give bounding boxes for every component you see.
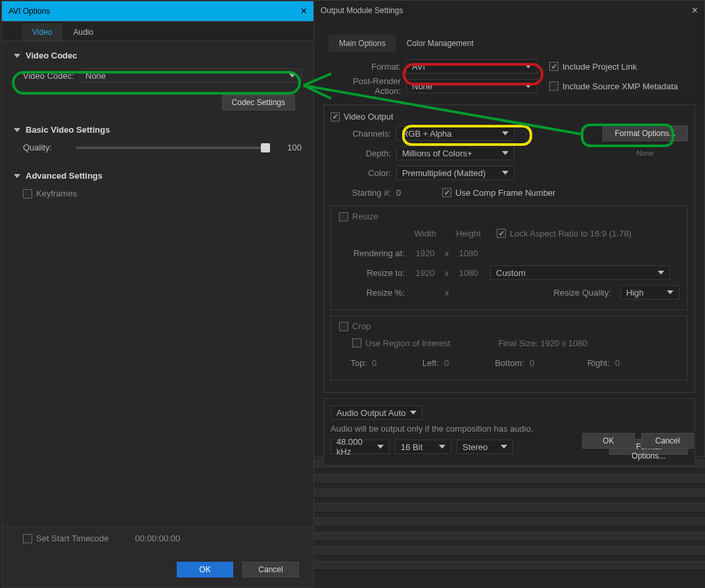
checkbox-icon[interactable] (497, 229, 506, 238)
slider-thumb[interactable] (261, 143, 270, 152)
x-label: x (440, 248, 453, 258)
checkbox-icon[interactable] (549, 62, 558, 71)
checkbox-icon[interactable] (330, 112, 340, 122)
resize-quality-select[interactable]: High (620, 285, 679, 300)
post-render-select[interactable]: None (406, 79, 537, 93)
include-project-link[interactable]: Include Project Link (549, 62, 637, 72)
resize-panel: Resize Width Height Lock Aspect Ratio to… (330, 206, 688, 310)
checkbox-icon[interactable] (352, 338, 361, 348)
rendering-at-label: Rendering at: (339, 248, 410, 258)
audio-note: Audio will be output only if the composi… (330, 424, 688, 434)
resize-to-label: Resize to: (339, 268, 410, 278)
checkbox-icon[interactable] (339, 212, 348, 221)
checkbox-icon[interactable] (549, 81, 558, 91)
chevron-down-icon (525, 64, 532, 68)
close-icon[interactable]: × (301, 5, 307, 17)
quality-value[interactable]: 100 (275, 143, 302, 152)
lock-aspect[interactable]: Lock Aspect Ratio to 16:9 (1.78) (497, 229, 631, 238)
format-value: AVI (412, 62, 425, 72)
bg-line (314, 474, 705, 484)
rendering-h: 1080 (453, 248, 484, 258)
tab-audio[interactable]: Audio (62, 24, 104, 41)
depth-value: Millions of Colors+ (402, 148, 472, 158)
x-label: x (440, 288, 453, 298)
bg-line (314, 489, 705, 498)
oms-titlebar[interactable]: Output Module Settings × (314, 1, 704, 20)
tab-color-management[interactable]: Color Management (396, 35, 484, 52)
chevron-down-icon (502, 131, 509, 135)
checkbox-icon[interactable] (339, 322, 348, 331)
format-options-button[interactable]: Format Options... (603, 125, 688, 141)
crop-top-label: Top: (339, 358, 372, 368)
chevron-down-icon (501, 445, 507, 449)
resize-checkbox[interactable]: Resize (339, 212, 679, 221)
color-select[interactable]: Premultiplied (Matted) (396, 166, 514, 180)
starting-value[interactable]: 0 (396, 188, 422, 198)
bg-line (314, 547, 705, 556)
final-size: Final Size: 1920 x 1080 (498, 338, 587, 348)
chevron-down-icon (289, 74, 296, 78)
codec-settings-button[interactable]: Codec Settings (222, 95, 295, 110)
depth-select[interactable]: Millions of Colors+ (396, 146, 514, 160)
oms-title: Output Module Settings (321, 6, 403, 15)
video-output-panel: Video Output Channels: RGB + Alpha Forma… (323, 104, 695, 393)
crop-bottom-label: Bottom: (464, 358, 530, 368)
oms-cancel-button[interactable]: Cancel (641, 433, 694, 449)
quality-slider[interactable] (76, 147, 269, 149)
audio-rate-select[interactable]: 48.000 kHz (330, 440, 390, 454)
channels-value: RGB + Alpha (402, 129, 452, 139)
crop-left-value[interactable]: 0 (444, 358, 464, 368)
crop-right-value[interactable]: 0 (615, 358, 635, 368)
audio-depth-select[interactable]: 16 Bit (395, 440, 451, 454)
advanced-settings-header[interactable]: Advanced Settings (2, 166, 313, 186)
bg-line (314, 532, 705, 541)
video-codec-header[interactable]: Video Codec (2, 45, 313, 66)
avi-ok-button[interactable]: OK (177, 562, 233, 577)
format-label: Format: (327, 62, 406, 72)
chevron-down-icon (667, 290, 673, 294)
chevron-down-icon (502, 171, 509, 175)
audio-channels-select[interactable]: Stereo (457, 440, 513, 454)
channels-label: Channels: (330, 129, 396, 139)
avi-titlebar[interactable]: AVI Options × (2, 1, 313, 21)
oms-ok-button[interactable]: OK (582, 433, 635, 449)
video-codec-value: None (85, 71, 106, 81)
tab-video[interactable]: Video (22, 24, 62, 41)
format-select[interactable]: AVI (406, 59, 537, 74)
chevron-down-icon (658, 271, 664, 275)
channels-select[interactable]: RGB + Alpha (396, 126, 514, 141)
keyframes-checkbox[interactable] (23, 189, 32, 198)
video-output-checkbox[interactable]: Video Output (330, 112, 688, 122)
video-codec-label: Video Codec: (23, 71, 80, 81)
x-label: x (440, 268, 453, 278)
crop-panel: Crop Use Region of Interest Final Size: … (330, 315, 688, 380)
chevron-down-icon (14, 128, 20, 132)
use-comp-frame-number[interactable]: Use Comp Frame Number (442, 188, 555, 198)
include-xmp[interactable]: Include Source XMP Metadata (549, 81, 678, 91)
video-codec-select[interactable]: None (80, 68, 302, 83)
chevron-down-icon (377, 445, 384, 449)
avi-cancel-button[interactable]: Cancel (242, 562, 299, 577)
crop-top-value[interactable]: 0 (372, 358, 392, 368)
chevron-down-icon (14, 54, 20, 58)
resize-quality-label: Resize Quality: (554, 288, 616, 298)
checkbox-icon[interactable] (442, 188, 451, 197)
bg-line (314, 561, 705, 570)
close-icon[interactable]: × (692, 5, 698, 16)
chevron-down-icon (14, 174, 20, 178)
basic-video-settings-header[interactable]: Basic Video Settings (2, 120, 313, 140)
set-start-timecode-label: Set Start Timecode (36, 533, 109, 543)
audio-panel: Audio Output Auto Audio will be output o… (323, 398, 695, 466)
crop-left-label: Left: (392, 358, 444, 368)
crop-bottom-value[interactable]: 0 (530, 358, 549, 368)
audio-output-mode[interactable]: Audio Output Auto (330, 405, 422, 420)
depth-label: Depth: (330, 148, 396, 158)
crop-checkbox[interactable]: Crop (339, 321, 679, 331)
resize-pct-label: Resize %: (339, 288, 410, 298)
chevron-down-icon (410, 411, 417, 415)
resize-h: 1080 (453, 268, 484, 278)
set-start-timecode-checkbox[interactable] (23, 534, 32, 543)
resize-preset-select[interactable]: Custom (490, 265, 670, 280)
keyframes-label: Keyframes (36, 189, 77, 198)
tab-main-options[interactable]: Main Options (329, 35, 396, 52)
